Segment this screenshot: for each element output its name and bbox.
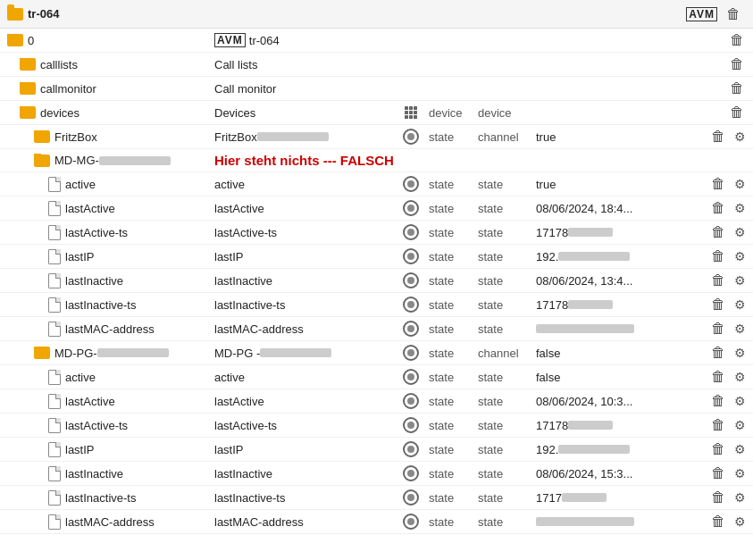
col-role-mg-active: state — [478, 178, 536, 191]
row-mg-lastActive: lastActive lastActive state state 08/06/… — [0, 196, 753, 221]
trash-button-callmonitor[interactable]: 🗑 — [724, 79, 749, 98]
name-pg-lastIP: lastIP — [65, 443, 95, 456]
col-role-pg-lastInactive-ts: state — [478, 491, 536, 505]
avm-logo: AVM — [686, 7, 717, 21]
col-role-mg-lastInactive: state — [478, 274, 536, 288]
col-role-pg-lastMAC: state — [478, 515, 536, 529]
trash-button-devices[interactable]: 🗑 — [724, 103, 749, 122]
col-label-0: AVM tr-064 — [214, 33, 393, 47]
gear-button-mg-lastInactive-ts[interactable]: ⚙ — [731, 296, 749, 313]
trash-button-mg-lastActive[interactable]: 🗑 — [706, 198, 731, 218]
state-circle-icon-pg-lastInactive — [403, 465, 419, 481]
header-trash-button[interactable]: 🗑 — [721, 4, 746, 24]
col-type-pg-active: state — [429, 371, 478, 384]
file-icon-mg-active — [48, 177, 61, 192]
redacted-pg-lastActive-ts — [568, 421, 613, 430]
col-value-pg-lastInactive-ts: 1717 — [536, 491, 704, 505]
gear-button-pg-active[interactable]: ⚙ — [731, 368, 749, 386]
trash-button-pg-lastMAC[interactable]: 🗑 — [706, 512, 731, 531]
gear-button-pg-lastActive-ts[interactable]: ⚙ — [731, 416, 749, 434]
trash-button-pg-lastInactive[interactable]: 🗑 — [706, 464, 731, 483]
col-label-md-pg: MD-PG - — [214, 347, 393, 360]
trash-button-mg-lastInactive[interactable]: 🗑 — [706, 271, 731, 290]
gear-button-mg-lastActive-ts[interactable]: ⚙ — [731, 223, 749, 241]
redacted-mg-lastInactive-ts — [568, 300, 613, 309]
trash-button-calllists[interactable]: 🗑 — [724, 54, 749, 74]
col-value-fritzbox: true — [536, 130, 704, 144]
col-type-icon-pg-lastIP — [393, 441, 429, 457]
state-circle-icon-mg-lastIP — [403, 248, 419, 264]
col-role-devices: device — [478, 106, 536, 120]
col-role-mg-lastIP: state — [478, 250, 536, 263]
trash-button-mg-lastIP[interactable]: 🗑 — [706, 247, 731, 266]
col-role-pg-lastIP: state — [478, 443, 536, 456]
gear-button-mg-active[interactable]: ⚙ — [731, 175, 749, 193]
gear-button-mg-lastActive[interactable]: ⚙ — [731, 199, 749, 217]
label-mg-lastActive: lastActive — [214, 202, 264, 215]
col-label-pg-lastInactive: lastInactive — [214, 467, 393, 481]
col-type-icon-mg-lastIP — [393, 248, 429, 264]
name-pg-active: active — [65, 371, 96, 384]
col-name-fritzbox: FritzBox — [0, 130, 214, 144]
file-icon-pg-lastMAC — [48, 514, 61, 530]
redacted-md-pg-name — [97, 348, 169, 357]
col-role-pg-active: state — [478, 371, 536, 384]
col-value-pg-lastInactive: 08/06/2024, 15:3... — [536, 467, 704, 481]
gear-button-pg-lastIP[interactable]: ⚙ — [731, 440, 749, 458]
row-pg-active: active active state state false 🗑 ⚙ — [0, 365, 753, 389]
col-name-devices: devices — [0, 106, 214, 120]
col-label-mg-active: active — [214, 178, 393, 191]
trash-button-mg-lastActive-ts[interactable]: 🗑 — [706, 222, 731, 242]
trash-button-pg-lastActive-ts[interactable]: 🗑 — [706, 415, 731, 435]
gear-button-mg-lastIP[interactable]: ⚙ — [731, 247, 749, 265]
trash-button-md-pg[interactable]: 🗑 — [706, 343, 731, 363]
name-callmonitor: callmonitor — [40, 82, 96, 96]
name-mg-lastMAC: lastMAC-address — [65, 322, 155, 336]
label-devices: Devices — [214, 106, 255, 120]
col-name-mg-lastMAC: lastMAC-address — [0, 322, 214, 337]
col-actions-pg-active: 🗑 ⚙ — [704, 367, 753, 387]
col-type-icon-mg-active — [393, 176, 429, 192]
trash-button-pg-active[interactable]: 🗑 — [706, 367, 731, 387]
col-role-mg-lastInactive-ts: state — [478, 298, 536, 312]
trash-button-mg-lastInactive-ts[interactable]: 🗑 — [706, 295, 731, 314]
gear-button-pg-lastInactive[interactable]: ⚙ — [731, 464, 749, 482]
trash-button-0[interactable]: 🗑 — [724, 30, 749, 50]
label-mg-lastInactive-ts: lastInactive-ts — [214, 298, 285, 312]
trash-button-mg-lastMAC[interactable]: 🗑 — [706, 319, 731, 339]
folder-icon-md-pg — [34, 347, 50, 359]
trash-button-mg-active[interactable]: 🗑 — [706, 174, 731, 194]
col-type-pg-lastInactive: state — [429, 467, 478, 481]
label-pg-lastInactive-ts: lastInactive-ts — [214, 491, 285, 505]
col-type-devices: device — [429, 106, 478, 120]
header: tr-064 AVM 🗑 — [0, 0, 753, 29]
col-type-pg-lastIP: state — [429, 443, 478, 456]
label-callmonitor: Call monitor — [214, 82, 276, 96]
row-callmonitor: callmonitor Call monitor 🗑 — [0, 77, 753, 101]
col-name-pg-lastActive-ts: lastActive-ts — [0, 418, 214, 433]
col-name-0: 0 — [0, 34, 214, 47]
gear-button-mg-lastMAC[interactable]: ⚙ — [731, 320, 749, 338]
gear-button-mg-lastInactive[interactable]: ⚙ — [731, 272, 749, 289]
label-mg-lastIP: lastIP — [214, 250, 244, 263]
gear-button-md-pg[interactable]: ⚙ — [731, 344, 749, 362]
trash-button-fritzbox[interactable]: 🗑 — [706, 127, 731, 146]
state-circle-icon-mg-lastActive-ts — [403, 224, 419, 240]
col-type-pg-lastActive: state — [429, 395, 478, 408]
col-actions-devices: 🗑 — [704, 103, 753, 122]
col-name-calllists: calllists — [0, 58, 214, 71]
trash-button-pg-lastIP[interactable]: 🗑 — [706, 439, 731, 459]
trash-button-pg-lastActive[interactable]: 🗑 — [706, 391, 731, 411]
trash-button-pg-lastInactive-ts[interactable]: 🗑 — [706, 488, 731, 507]
name-mg-lastIP: lastIP — [65, 250, 95, 263]
row-mg-lastActive-ts: lastActive-ts lastActive-ts state state … — [0, 221, 753, 245]
row-pg-lastMAC: lastMAC-address lastMAC-address state st… — [0, 510, 753, 534]
gear-button-pg-lastActive[interactable]: ⚙ — [731, 392, 749, 410]
row-fritzbox: FritzBox FritzBox state channel true 🗑 ⚙ — [0, 125, 753, 149]
gear-button-pg-lastInactive-ts[interactable]: ⚙ — [731, 489, 749, 506]
col-role-pg-lastActive: state — [478, 395, 536, 408]
name-devices: devices — [40, 106, 79, 120]
gear-button-pg-lastMAC[interactable]: ⚙ — [731, 513, 749, 531]
gear-button-fritzbox[interactable]: ⚙ — [731, 128, 749, 146]
header-folder-icon — [7, 8, 23, 21]
